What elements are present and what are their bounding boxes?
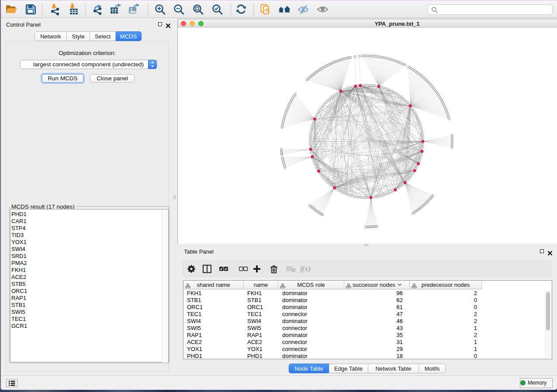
svg-text:f(x): f(x): [300, 265, 311, 273]
